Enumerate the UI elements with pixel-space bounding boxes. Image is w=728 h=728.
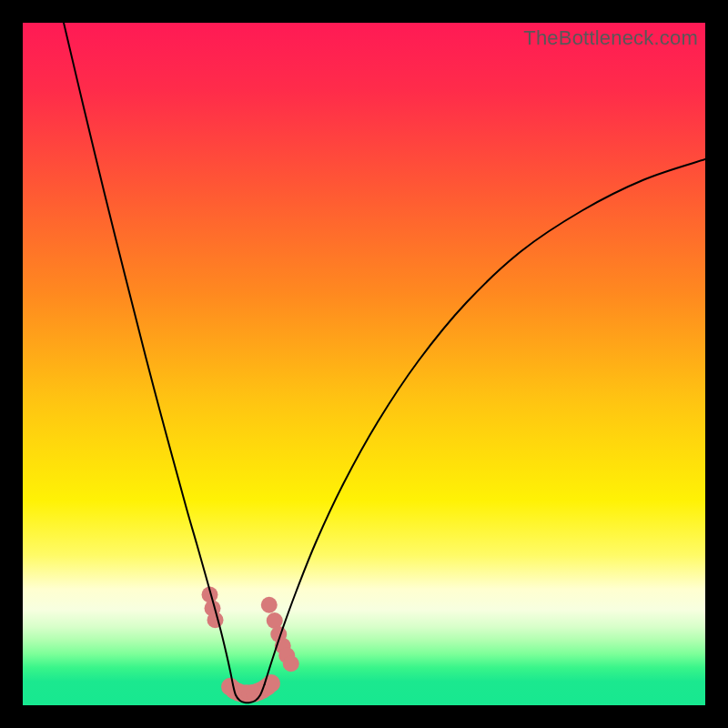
chart-frame: TheBottleneck.com: [23, 23, 705, 705]
gradient-background: [23, 23, 705, 705]
watermark-text: TheBottleneck.com: [523, 26, 698, 50]
